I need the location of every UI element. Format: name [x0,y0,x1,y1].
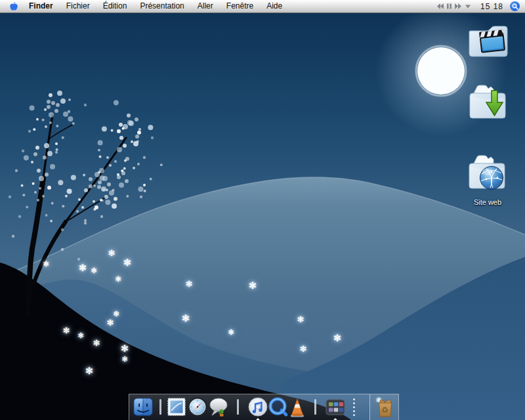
menu-presentation[interactable]: Présentation [133,0,190,12]
playback-controls-icon [434,3,474,10]
movies-folder-icon [465,20,511,60]
dock-chat-icon[interactable] [208,396,229,417]
desktop-icon-downloads-folder[interactable] [462,81,513,127]
menu-fichier[interactable]: Fichier [60,0,96,12]
svg-text:♻: ♻ [381,406,388,415]
menu-edition[interactable]: Édition [96,0,134,12]
moon [417,47,465,94]
dock-finder-icon[interactable] [133,396,154,417]
dock-safari-icon[interactable] [187,396,208,417]
dock-app-grid-icon[interactable] [325,396,346,417]
menu-aide[interactable]: Aide [260,0,289,12]
dock-quicktime-icon[interactable] [268,396,289,417]
apple-menu[interactable] [5,1,22,12]
dock: ✻ ♻ [129,394,399,420]
dock-trash-icon[interactable]: ✻ ♻ [373,396,397,419]
desktop-icon-website-folder[interactable]: Site web [462,153,513,206]
dock-dotted-separator [353,398,355,416]
downloads-folder-icon [465,81,511,125]
dock-vlc-icon[interactable] [287,396,308,417]
itunes-menubar-controls[interactable] [434,3,474,10]
dock-mail-icon[interactable] [166,396,187,417]
menu-fenetre[interactable]: Fenêtre [220,0,260,12]
spotlight-search-icon [512,3,518,10]
desktop-icon-movies-folder[interactable] [462,20,513,63]
dock-separator [314,399,316,415]
menu-finder[interactable]: Finder [22,0,60,12]
wallpaper-night-scene [0,0,525,420]
dock-itunes-icon[interactable] [247,396,268,417]
dock-separator [159,399,161,415]
menubar-clock[interactable]: 15 18 [480,2,503,11]
spotlight-button[interactable] [510,1,520,11]
menu-bar: Finder Fichier Édition Présentation Alle… [0,0,525,13]
menu-aller[interactable]: Aller [191,0,220,12]
website-folder-icon [465,153,511,195]
apple-logo-icon [9,1,18,12]
dock-separator [237,399,239,415]
icon-label: Site web [462,198,513,206]
desktop[interactable]: ✻✻✻✻✻✻✻✻✻✻✻✻✻✻✻✻✻✻✻✻✻ [0,0,525,420]
